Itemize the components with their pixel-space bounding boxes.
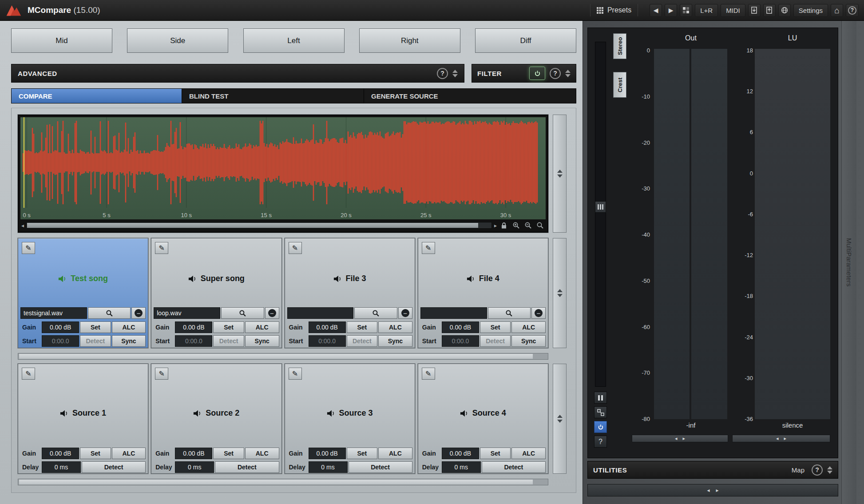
set-button[interactable]: Set bbox=[213, 321, 244, 333]
source-slot-1[interactable]: ✎ Source 1 Gain 0.00 dB Set ALC Delay 0 … bbox=[18, 364, 148, 474]
filter-collapse-button[interactable] bbox=[565, 70, 571, 77]
multiparameters-panel-toggle[interactable]: MultiParameters bbox=[841, 21, 856, 504]
delay-value[interactable]: 0 ms bbox=[309, 461, 348, 473]
channel-button-left[interactable]: Left bbox=[243, 28, 345, 53]
waveform-display[interactable]: 0 s 5 s 10 s 15 s 20 s 25 s 30 s bbox=[20, 117, 546, 219]
presets-button[interactable]: Presets bbox=[590, 4, 638, 16]
detect-button[interactable]: Detect bbox=[349, 461, 412, 473]
meter-pause-button[interactable] bbox=[594, 392, 607, 404]
alc-button[interactable]: ALC bbox=[378, 448, 412, 459]
delay-value[interactable]: 0 ms bbox=[42, 461, 81, 473]
detect-button[interactable]: Detect bbox=[482, 461, 546, 473]
sync-button[interactable]: Sync bbox=[378, 335, 412, 347]
file-slot-1[interactable]: ✎ Test song testsignal.wav − Gain 0.00 d… bbox=[18, 238, 148, 348]
utilities-scrollbar[interactable]: ◂▸ bbox=[587, 484, 838, 496]
set-button[interactable]: Set bbox=[80, 321, 111, 333]
export-settings-button[interactable] bbox=[763, 4, 776, 17]
detect-button[interactable]: Detect bbox=[215, 461, 279, 473]
scrollbar-thumb[interactable] bbox=[27, 223, 478, 228]
settings-button[interactable]: Settings bbox=[793, 4, 828, 17]
unload-button[interactable]: − bbox=[531, 307, 546, 319]
scroll-right-icon[interactable]: ▸ bbox=[494, 222, 497, 229]
source-slot-title[interactable]: Source 4 bbox=[418, 409, 548, 418]
next-preset-button[interactable]: ▶ bbox=[665, 4, 677, 17]
browse-button[interactable] bbox=[488, 307, 531, 319]
file-slot-title[interactable]: File 4 bbox=[418, 274, 548, 283]
import-settings-button[interactable] bbox=[748, 4, 761, 17]
lu-meter-range-slider[interactable]: ◂▸ bbox=[732, 435, 830, 442]
tab-generate-source[interactable]: GENERATE SOURCE bbox=[364, 89, 576, 103]
file-slot-2[interactable]: ✎ Super song loop.wav − Gain 0.00 dB Set… bbox=[151, 238, 281, 348]
help-button[interactable]: ? bbox=[846, 4, 859, 17]
utilities-help-button[interactable]: ? bbox=[812, 464, 823, 476]
home-button[interactable]: ⌂ bbox=[831, 4, 843, 17]
channel-button-diff[interactable]: Diff bbox=[475, 28, 576, 53]
file-slot-4[interactable]: ✎ File 4 − Gain 0.00 dB Set ALC Start 0:… bbox=[418, 238, 548, 348]
tab-crest[interactable]: Crest bbox=[613, 72, 626, 98]
alc-button[interactable]: ALC bbox=[112, 448, 146, 459]
set-button[interactable]: Set bbox=[80, 448, 111, 459]
rename-button[interactable]: ✎ bbox=[289, 368, 302, 380]
gain-value[interactable]: 0.00 dB bbox=[309, 321, 346, 333]
random-preset-button[interactable] bbox=[680, 4, 692, 17]
rename-button[interactable]: ✎ bbox=[289, 242, 302, 254]
set-button[interactable]: Set bbox=[347, 321, 377, 333]
source-slot-title[interactable]: Source 1 bbox=[18, 409, 148, 418]
delay-value[interactable]: 0 ms bbox=[175, 461, 214, 473]
file-slot-3[interactable]: ✎ File 3 − Gain 0.00 dB Set ALC Start 0:… bbox=[285, 238, 415, 348]
set-button[interactable]: Set bbox=[480, 448, 511, 459]
gain-value[interactable]: 0.00 dB bbox=[175, 321, 212, 333]
file-slot-title[interactable]: File 3 bbox=[285, 274, 415, 283]
melda-logo[interactable] bbox=[4, 2, 23, 18]
meter-help-button[interactable]: ? bbox=[594, 436, 607, 448]
scroll-left-icon[interactable]: ◂ bbox=[21, 222, 24, 229]
gain-value[interactable]: 0.00 dB bbox=[42, 321, 79, 333]
filter-power-button[interactable] bbox=[529, 67, 545, 80]
sync-button[interactable]: Sync bbox=[245, 335, 279, 347]
source-slot-3[interactable]: ✎ Source 3 Gain 0.00 dB Set ALC Delay 0 … bbox=[285, 364, 415, 474]
channel-mode-button[interactable]: L+R bbox=[695, 4, 718, 17]
alc-button[interactable]: ALC bbox=[511, 321, 546, 333]
file-slots-vertical-scrollbar[interactable] bbox=[553, 238, 567, 348]
rename-button[interactable]: ✎ bbox=[22, 368, 35, 380]
alc-button[interactable]: ALC bbox=[112, 321, 146, 333]
unload-button[interactable]: − bbox=[398, 307, 412, 319]
gain-value[interactable]: 0.00 dB bbox=[42, 448, 79, 459]
browse-button[interactable] bbox=[88, 307, 131, 319]
filename-field[interactable] bbox=[420, 307, 487, 319]
gain-value[interactable]: 0.00 dB bbox=[442, 448, 479, 459]
sync-button[interactable]: Sync bbox=[511, 335, 546, 347]
sync-button[interactable]: Sync bbox=[112, 335, 146, 347]
source-slot-2[interactable]: ✎ Source 2 Gain 0.00 dB Set ALC Delay 0 … bbox=[151, 364, 281, 474]
zoom-in-button[interactable] bbox=[511, 221, 521, 230]
online-button[interactable] bbox=[778, 4, 791, 17]
scrollbar-thumb[interactable] bbox=[19, 480, 533, 484]
advanced-help-button[interactable]: ? bbox=[437, 68, 448, 79]
channel-button-mid[interactable]: Mid bbox=[11, 28, 112, 53]
filename-field[interactable] bbox=[287, 307, 354, 319]
file-slots-horizontal-scrollbar[interactable] bbox=[18, 353, 548, 360]
detect-button[interactable]: Detect bbox=[82, 461, 146, 473]
rename-button[interactable]: ✎ bbox=[422, 242, 435, 254]
zoom-out-button[interactable] bbox=[523, 221, 533, 230]
alc-button[interactable]: ALC bbox=[245, 448, 279, 459]
unload-button[interactable]: − bbox=[265, 307, 279, 319]
tab-blind-test[interactable]: BLIND TEST bbox=[182, 89, 364, 103]
gain-value[interactable]: 0.00 dB bbox=[442, 321, 479, 333]
out-meter-right-channel[interactable] bbox=[691, 49, 727, 419]
gain-value[interactable]: 0.00 dB bbox=[175, 448, 212, 459]
zoom-fit-button[interactable] bbox=[535, 221, 545, 230]
file-slot-title[interactable]: Super song bbox=[151, 274, 281, 283]
utilities-collapse-button[interactable] bbox=[827, 466, 832, 474]
set-button[interactable]: Set bbox=[213, 448, 244, 459]
meter-zoom-slider[interactable] bbox=[595, 42, 606, 387]
alc-button[interactable]: ALC bbox=[245, 321, 279, 333]
browse-button[interactable] bbox=[221, 307, 264, 319]
tab-compare[interactable]: COMPARE bbox=[12, 89, 182, 103]
source-slots-horizontal-scrollbar[interactable] bbox=[18, 479, 548, 485]
map-button[interactable]: Map bbox=[789, 466, 807, 474]
lu-meter[interactable] bbox=[755, 49, 830, 419]
source-slots-vertical-scrollbar[interactable] bbox=[553, 364, 567, 474]
rename-button[interactable]: ✎ bbox=[155, 242, 168, 254]
filter-help-button[interactable]: ? bbox=[550, 68, 561, 79]
